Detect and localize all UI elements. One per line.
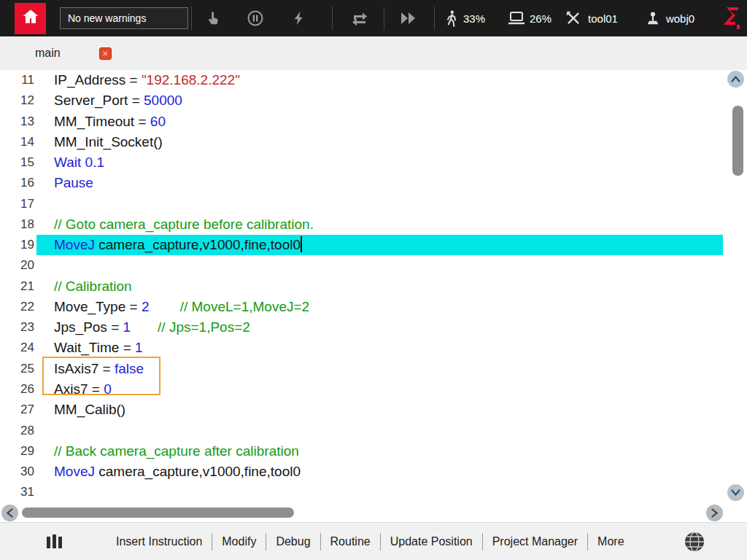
bottom-toolbar: Insert Instruction Modify Debug Routine … bbox=[0, 522, 747, 560]
globe-language-icon[interactable] bbox=[683, 530, 706, 553]
line-code: // Back camera_capture after calibration bbox=[36, 441, 723, 462]
line-code: MoveJ camera_capture,v1000,fine,tool0 bbox=[36, 235, 723, 255]
line-code bbox=[36, 194, 723, 214]
line-code: IP_Address = "192.168.2.222" bbox=[36, 70, 723, 90]
code-line-29[interactable]: 29// Back camera_capture after calibrati… bbox=[0, 441, 747, 462]
loop-icon[interactable] bbox=[350, 9, 369, 28]
scroll-up-button[interactable] bbox=[727, 71, 744, 88]
line-code: MM_Calib() bbox=[36, 400, 723, 420]
home-button[interactable] bbox=[15, 3, 46, 34]
line-number: 25 bbox=[0, 359, 36, 379]
horizontal-scrollbar-thumb[interactable] bbox=[22, 508, 294, 518]
code-line-18[interactable]: 18// Goto camera_capture before calibrat… bbox=[0, 214, 747, 235]
toolbar-divider bbox=[332, 7, 333, 30]
line-number: 24 bbox=[0, 338, 36, 358]
code-line-21[interactable]: 21// Calibration bbox=[0, 276, 747, 297]
code-line-23[interactable]: 23Jps_Pos = 1 // Jps=1,Pos=2 bbox=[0, 317, 747, 338]
hand-pointer-icon[interactable] bbox=[204, 9, 222, 28]
line-number: 30 bbox=[0, 462, 36, 482]
top-toolbar: No new warnings 33% 26% tool01 bbox=[0, 0, 747, 36]
active-workobject-name[interactable]: wobj0 bbox=[666, 12, 694, 25]
line-number: 18 bbox=[0, 214, 36, 235]
line-code bbox=[36, 482, 723, 502]
insert-instruction-button[interactable]: Insert Instruction bbox=[107, 531, 212, 553]
vertical-scrollbar-thumb[interactable] bbox=[732, 106, 743, 176]
scroll-down-button[interactable] bbox=[727, 484, 744, 501]
code-line-20[interactable]: 20 bbox=[0, 255, 747, 276]
code-editor[interactable]: 11IP_Address = "192.168.2.222"12Server_P… bbox=[0, 70, 747, 503]
line-code: Pause bbox=[36, 173, 723, 193]
line-code: Move_Type = 2 // MoveL=1,MoveJ=2 bbox=[36, 297, 723, 317]
update-position-button[interactable]: Update Position bbox=[381, 531, 482, 553]
code-line-27[interactable]: 27MM_Calib() bbox=[0, 400, 747, 420]
code-line-28[interactable]: 28 bbox=[0, 421, 747, 441]
chevron-left-icon bbox=[7, 508, 13, 518]
code-line-22[interactable]: 22Move_Type = 2 // MoveL=1,MoveJ=2 bbox=[0, 297, 747, 317]
line-code: MM_Init_Socket() bbox=[36, 132, 723, 152]
scroll-left-button[interactable] bbox=[1, 505, 18, 521]
columns-panel-icon[interactable] bbox=[44, 531, 66, 553]
routine-button[interactable]: Routine bbox=[321, 531, 380, 553]
line-number: 22 bbox=[0, 297, 36, 317]
line-number: 28 bbox=[0, 421, 36, 441]
code-line-11[interactable]: 11IP_Address = "192.168.2.222" bbox=[0, 70, 747, 90]
line-code: Wait_Time = 1 bbox=[36, 338, 723, 358]
line-number: 20 bbox=[0, 255, 36, 276]
bottom-button-group: Insert Instruction Modify Debug Routine … bbox=[107, 531, 634, 553]
pause-icon[interactable] bbox=[246, 9, 265, 28]
tab-close-button[interactable]: × bbox=[99, 47, 112, 60]
debug-button[interactable]: Debug bbox=[266, 531, 320, 553]
toolbar-divider bbox=[191, 7, 192, 30]
chevron-right-icon bbox=[711, 508, 718, 518]
line-number: 12 bbox=[0, 90, 36, 111]
chevron-up-icon bbox=[731, 76, 740, 82]
line-code: Jps_Pos = 1 // Jps=1,Pos=2 bbox=[36, 317, 723, 338]
brand-logo-icon bbox=[721, 6, 741, 31]
code-line-25[interactable]: 25IsAxis7 = false bbox=[0, 359, 747, 379]
memory-percentage[interactable]: 26% bbox=[530, 12, 551, 25]
line-code bbox=[36, 421, 723, 441]
line-number: 26 bbox=[0, 379, 36, 400]
more-button[interactable]: More bbox=[588, 531, 633, 553]
line-code: // Goto camera_capture before calibratio… bbox=[36, 214, 723, 235]
scroll-right-button[interactable] bbox=[706, 505, 723, 521]
tab-main[interactable]: main bbox=[35, 47, 61, 60]
line-code: IsAxis7 = false bbox=[36, 359, 723, 379]
code-line-24[interactable]: 24Wait_Time = 1 bbox=[0, 338, 747, 358]
fast-forward-icon[interactable] bbox=[399, 9, 418, 28]
code-line-19[interactable]: 19MoveJ camera_capture,v1000,fine,tool0 bbox=[0, 235, 747, 255]
line-code: Wait 0.1 bbox=[36, 152, 723, 173]
line-number: 13 bbox=[0, 112, 36, 132]
line-code: MM_Timeout = 60 bbox=[36, 112, 723, 132]
line-code: // Calibration bbox=[36, 276, 723, 297]
line-code: MoveJ camera_capture,v1000,fine,tool0 bbox=[36, 462, 723, 482]
active-tool-name[interactable]: tool01 bbox=[588, 12, 618, 25]
code-line-14[interactable]: 14MM_Init_Socket() bbox=[0, 132, 747, 152]
project-manager-button[interactable]: Project Manager bbox=[483, 531, 587, 553]
code-line-12[interactable]: 12Server_Port = 50000 bbox=[0, 90, 747, 111]
modify-button[interactable]: Modify bbox=[212, 531, 266, 553]
code-line-15[interactable]: 15Wait 0.1 bbox=[0, 152, 747, 173]
status-message-box[interactable]: No new warnings bbox=[60, 7, 188, 29]
laptop-icon bbox=[507, 9, 526, 28]
code-line-26[interactable]: 26Axis7 = 0 bbox=[0, 379, 747, 400]
line-number: 16 bbox=[0, 173, 36, 193]
chevron-down-icon bbox=[731, 489, 740, 496]
line-number: 27 bbox=[0, 400, 36, 420]
status-message: No new warnings bbox=[68, 12, 146, 24]
code-line-31[interactable]: 31 bbox=[0, 482, 747, 502]
speed-percentage[interactable]: 33% bbox=[463, 12, 485, 25]
lightning-icon[interactable] bbox=[290, 9, 309, 28]
code-line-17[interactable]: 17 bbox=[0, 194, 747, 214]
code-lines: 11IP_Address = "192.168.2.222"12Server_P… bbox=[0, 70, 747, 503]
code-line-13[interactable]: 13MM_Timeout = 60 bbox=[0, 112, 747, 132]
line-number: 15 bbox=[0, 152, 36, 173]
line-number: 31 bbox=[0, 482, 36, 502]
line-number: 11 bbox=[0, 70, 36, 90]
line-number: 29 bbox=[0, 441, 36, 462]
code-line-30[interactable]: 30MoveJ camera_capture,v1000,fine,tool0 bbox=[0, 462, 747, 482]
line-code bbox=[36, 255, 723, 276]
line-number: 19 bbox=[0, 235, 36, 255]
tool-wrench-icon bbox=[565, 9, 582, 28]
code-line-16[interactable]: 16Pause bbox=[0, 173, 747, 193]
